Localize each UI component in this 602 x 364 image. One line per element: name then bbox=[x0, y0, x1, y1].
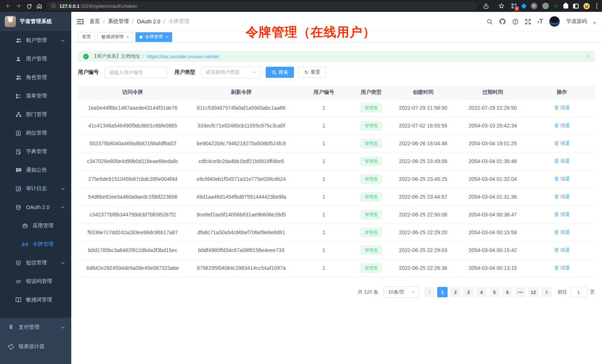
tab-close-icon[interactable]: × bbox=[166, 34, 169, 39]
force-logout-button[interactable]: 强退 bbox=[554, 140, 570, 147]
user-type-select[interactable]: 请选择用户类型 bbox=[201, 67, 261, 78]
page-button-4[interactable]: 4 bbox=[476, 287, 487, 297]
breadcrumb-item-0[interactable]: 首页 bbox=[89, 18, 100, 25]
gem-extension-icon[interactable] bbox=[521, 3, 527, 9]
sidebar-item-label: 支付管理 bbox=[19, 324, 39, 331]
sidebar-item-3[interactable]: 菜单管理 bbox=[0, 87, 71, 105]
expires-at-cell: 2054-03-04 00:15:59 bbox=[457, 229, 529, 235]
force-logout-button[interactable]: 强退 bbox=[554, 193, 570, 200]
sidebar-item-12[interactable]: 短信管理 bbox=[0, 254, 71, 272]
force-logout-button[interactable]: 强退 bbox=[554, 211, 570, 218]
help-icon[interactable] bbox=[512, 19, 518, 25]
sidebar-item-10[interactable]: 应用管理 bbox=[0, 216, 71, 235]
sidepanel-icon[interactable] bbox=[573, 4, 579, 9]
tab-2[interactable]: 令牌管理× bbox=[135, 32, 173, 42]
force-logout-button[interactable]: 强退 bbox=[554, 265, 570, 271]
font-size-icon[interactable]: тT bbox=[537, 18, 543, 25]
browser-menu-icon[interactable] bbox=[595, 1, 599, 11]
breadcrumb-item-2[interactable]: OAuth 2.0 bbox=[137, 19, 160, 24]
annotation-title: 令牌管理（在线用户） bbox=[246, 24, 376, 41]
refresh-icon[interactable] bbox=[24, 1, 34, 11]
force-logout-button[interactable]: 强退 bbox=[554, 122, 570, 129]
alert-doc-link[interactable]: https://doc.iocoder.cn/user-center/ bbox=[147, 54, 220, 59]
tab-1[interactable]: 敏感词管理× bbox=[97, 32, 133, 42]
force-logout-button[interactable]: 强退 bbox=[554, 247, 570, 254]
force-logout-button[interactable]: 强退 bbox=[554, 105, 570, 111]
username[interactable]: 芋道源码 bbox=[566, 18, 587, 25]
sidebar-item-7[interactable]: 通知公告 bbox=[0, 161, 71, 179]
reset-button[interactable]: ↻ 重置 bbox=[298, 67, 326, 78]
back-icon[interactable] bbox=[3, 1, 13, 11]
sidebar-item-11[interactable]: 令牌管理 bbox=[0, 235, 71, 254]
star-extension-icon[interactable]: ☆ bbox=[554, 3, 559, 9]
logo-area[interactable]: 芋道管理系统 bbox=[0, 12, 71, 31]
next-page-button[interactable] bbox=[541, 287, 552, 297]
breadcrumb-item-1[interactable]: 系统管理 bbox=[108, 18, 129, 25]
page-size-select[interactable]: 10条/页 bbox=[383, 287, 419, 298]
force-logout-button[interactable]: 强退 bbox=[554, 229, 570, 236]
chevron-up-icon bbox=[61, 205, 65, 209]
address-bar[interactable]: 127.0.0.1:1024/system/oauth2/token bbox=[46, 1, 477, 10]
sidebar-item-0[interactable]: 租户管理 bbox=[0, 31, 71, 50]
sidebar-item-14[interactable]: 敏感词管理 bbox=[0, 291, 71, 309]
github-icon[interactable] bbox=[499, 18, 506, 25]
bookmark-star-icon[interactable] bbox=[496, 1, 507, 11]
force-logout-label: 强退 bbox=[560, 247, 570, 254]
sidebar-item-2[interactable]: 角色管理 bbox=[0, 68, 71, 87]
trash-icon bbox=[554, 159, 559, 163]
force-logout-label: 强退 bbox=[560, 229, 570, 236]
book-icon bbox=[15, 297, 22, 303]
user-type-tag: 管理员 bbox=[361, 175, 382, 183]
puzzle-extension-icon[interactable] bbox=[563, 4, 568, 9]
sidebar-item-1[interactable]: 用户管理 bbox=[0, 50, 71, 68]
sidebar-item-8[interactable]: 审计日志 bbox=[0, 179, 71, 198]
sidebar-item-15[interactable]: ¥支付管理 bbox=[0, 318, 71, 337]
breadcrumb-item-3: 令牌管理 bbox=[169, 18, 189, 25]
fullscreen-icon[interactable] bbox=[525, 19, 531, 25]
column-header-4: 创建时间 bbox=[390, 89, 457, 96]
user-menu-caret-icon[interactable] bbox=[593, 22, 596, 24]
search-button-icon bbox=[272, 70, 277, 75]
user-id-input[interactable] bbox=[105, 67, 167, 78]
command-extension-icon[interactable]: ⌘ bbox=[531, 3, 537, 9]
user-id-cell: 1 bbox=[295, 247, 353, 253]
profile-emoji-icon[interactable] bbox=[583, 3, 590, 9]
sidebar-item-16[interactable]: 报表设计器 bbox=[0, 337, 71, 356]
avatar[interactable] bbox=[549, 16, 560, 27]
logo-image bbox=[5, 16, 16, 27]
forward-icon[interactable] bbox=[13, 1, 24, 11]
page-button-2[interactable]: 2 bbox=[450, 287, 461, 297]
sidebar-item-5[interactable]: 岗位管理 bbox=[0, 124, 71, 142]
trash-icon bbox=[554, 212, 559, 217]
share-icon[interactable] bbox=[481, 1, 491, 11]
sidebar-item-4[interactable]: 部门管理 bbox=[0, 105, 71, 124]
sidebar-item-6[interactable]: 字典管理 bbox=[0, 142, 71, 161]
page-button-5[interactable]: 5 bbox=[489, 287, 500, 297]
recorder-extension-icon[interactable] bbox=[542, 3, 549, 9]
prev-page-button[interactable] bbox=[424, 287, 435, 297]
user-type-placeholder: 请选择用户类型 bbox=[206, 69, 239, 76]
site-info-icon[interactable] bbox=[50, 1, 56, 11]
created-at-cell: 2022-06-25 22:26:36 bbox=[390, 265, 457, 271]
alert-close-icon[interactable]: × bbox=[586, 54, 589, 59]
tab-close-icon[interactable]: × bbox=[126, 34, 129, 39]
home-icon[interactable] bbox=[34, 1, 45, 11]
force-logout-button[interactable]: 强退 bbox=[554, 176, 570, 182]
column-header-3: 用户类型 bbox=[353, 89, 390, 96]
tab-0[interactable]: 首页 bbox=[78, 32, 95, 42]
search-icon[interactable] bbox=[487, 19, 493, 25]
goto-page-input[interactable] bbox=[570, 287, 587, 297]
force-logout-button[interactable]: 强退 bbox=[554, 158, 570, 165]
extension-grid-icon[interactable]: 9 bbox=[511, 3, 517, 9]
sidebar-item-13[interactable]: 错误码管理 bbox=[0, 272, 71, 291]
search-button[interactable]: 搜索 bbox=[266, 67, 294, 78]
more-pages-button[interactable]: ••• bbox=[515, 287, 526, 297]
page-button-6[interactable]: 6 bbox=[502, 287, 513, 297]
fold-sidebar-icon[interactable] bbox=[77, 19, 84, 25]
user-type-cell: 管理员 bbox=[353, 157, 390, 166]
page-button-3[interactable]: 3 bbox=[463, 287, 474, 297]
page-button-12[interactable]: 12 bbox=[528, 287, 539, 297]
sidebar-item-9[interactable]: OAuth 2.0 bbox=[0, 198, 71, 216]
goto-unit: 页 bbox=[590, 289, 595, 295]
page-button-1[interactable]: 1 bbox=[437, 287, 448, 297]
